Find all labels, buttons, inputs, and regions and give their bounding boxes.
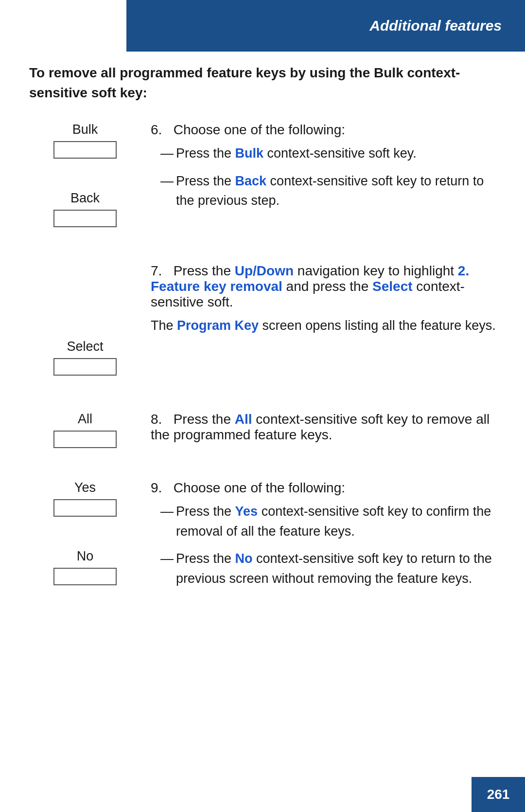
step-row-9: Yes No 9. Choose one of the following: P… bbox=[29, 480, 496, 600]
feature-removal-highlight: 2. Feature key removal bbox=[151, 263, 469, 294]
all-key-group: All bbox=[53, 412, 117, 448]
select-key-label: Select bbox=[67, 339, 103, 354]
intro-text: To remove all programmed feature keys by… bbox=[29, 63, 496, 103]
bulk-highlight: Bulk bbox=[235, 146, 264, 161]
page-number: 261 bbox=[487, 787, 510, 802]
back-key-button[interactable] bbox=[53, 210, 117, 227]
bulk-key-button[interactable] bbox=[53, 141, 117, 159]
step6-bullet1: Press the Bulk context-sensitive soft ke… bbox=[160, 144, 496, 163]
select-key-group: Select bbox=[53, 339, 117, 376]
updown-highlight: Up/Down bbox=[235, 263, 294, 278]
step9-detail: Press the Yes context-sensitive soft key… bbox=[151, 502, 496, 588]
header-bar: Additional features bbox=[126, 0, 525, 52]
no-key-button[interactable] bbox=[53, 568, 117, 585]
step7-content: 7. Press the Up/Down navigation key to h… bbox=[141, 263, 496, 336]
yes-highlight: Yes bbox=[235, 504, 258, 519]
back-highlight: Back bbox=[235, 174, 267, 188]
step7-subnote: The Program Key screen opens listing all… bbox=[151, 316, 496, 336]
step6-detail: Press the Bulk context-sensitive soft ke… bbox=[151, 144, 496, 211]
step9-bullet1: Press the Yes context-sensitive soft key… bbox=[160, 502, 496, 541]
program-key-highlight: Program Key bbox=[177, 318, 259, 333]
step6-number: 6. Choose one of the following: bbox=[151, 122, 496, 138]
footer: 261 bbox=[472, 777, 525, 812]
select-highlight: Select bbox=[372, 279, 413, 294]
step8-keys: All bbox=[29, 412, 141, 463]
step6-bullet2: Press the Back context-sensitive soft ke… bbox=[160, 171, 496, 211]
all-key-button[interactable] bbox=[53, 431, 117, 448]
yes-key-label: Yes bbox=[74, 480, 96, 495]
header-title: Additional features bbox=[369, 18, 502, 34]
select-key-button[interactable] bbox=[53, 358, 117, 376]
step8-number: 8. Press the All context-sensitive soft … bbox=[151, 412, 496, 443]
no-key-label: No bbox=[77, 549, 94, 564]
step8-content: 8. Press the All context-sensitive soft … bbox=[141, 412, 496, 449]
bulk-key-label: Bulk bbox=[72, 122, 98, 137]
no-key-group: No bbox=[53, 549, 117, 585]
no-highlight: No bbox=[235, 551, 253, 566]
step6-keys: Bulk Back bbox=[29, 122, 141, 242]
step-row-6: Bulk Back 6. Choose one of the following… bbox=[29, 122, 496, 242]
step9-number: 9. Choose one of the following: bbox=[151, 480, 496, 496]
step6-content: 6. Choose one of the following: Press th… bbox=[141, 122, 496, 218]
back-key-label: Back bbox=[70, 191, 100, 206]
step9-keys: Yes No bbox=[29, 480, 141, 600]
step-row-7: Select 7. Press the Up/Down navigation k… bbox=[29, 263, 496, 390]
step9-content: 9. Choose one of the following: Press th… bbox=[141, 480, 496, 596]
yes-key-button[interactable] bbox=[53, 499, 117, 517]
step7-keys: Select bbox=[29, 263, 141, 390]
bulk-key-group: Bulk bbox=[53, 122, 117, 159]
step-row-8: All 8. Press the All context-sensitive s… bbox=[29, 412, 496, 463]
main-content: To remove all programmed feature keys by… bbox=[29, 63, 496, 763]
all-key-label: All bbox=[78, 412, 92, 427]
step7-number: 7. Press the Up/Down navigation key to h… bbox=[151, 263, 496, 310]
all-highlight: All bbox=[235, 412, 252, 427]
step9-bullet2: Press the No context-sensitive soft key … bbox=[160, 549, 496, 588]
back-key-group: Back bbox=[53, 191, 117, 227]
yes-key-group: Yes bbox=[53, 480, 117, 517]
